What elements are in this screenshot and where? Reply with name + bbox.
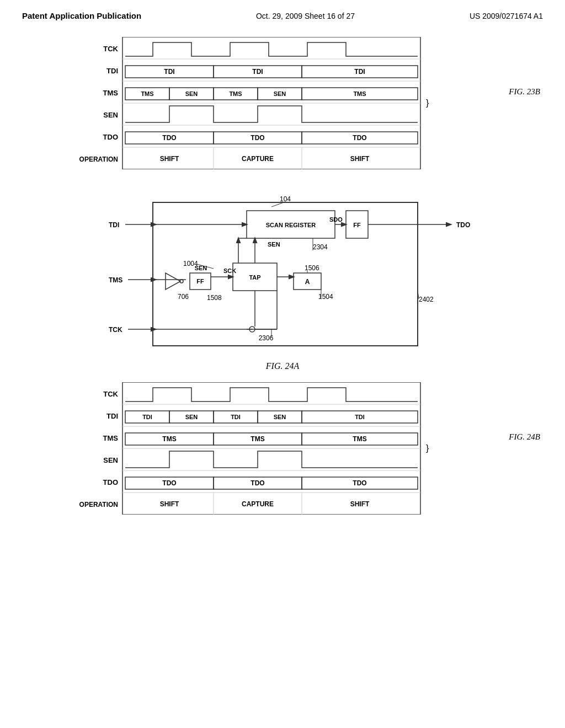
svg-marker-71 <box>166 273 180 290</box>
svg-text:1506: 1506 <box>305 264 319 272</box>
svg-text:TMS: TMS <box>103 89 119 97</box>
svg-text:SHIFT: SHIFT <box>350 500 370 508</box>
svg-text:TMS: TMS <box>250 435 264 443</box>
fig24a-label: FIG. 24A <box>22 361 543 371</box>
svg-text:TMS: TMS <box>353 90 366 97</box>
svg-text:TMS: TMS <box>162 435 176 443</box>
svg-text:TDO: TDO <box>103 478 118 486</box>
svg-text:TDO: TDO <box>162 479 176 487</box>
page-header: Patent Application Publication Oct. 29, … <box>22 11 543 20</box>
svg-text:SEN: SEN <box>274 90 286 97</box>
svg-text:SEN: SEN <box>103 111 118 119</box>
svg-text:TDI: TDI <box>106 412 118 420</box>
svg-text:TMS: TMS <box>103 434 119 442</box>
label-104: 104 <box>280 195 291 203</box>
svg-text:SHIFT: SHIFT <box>160 500 179 508</box>
svg-text:TDO: TDO <box>250 134 264 142</box>
svg-text:TDI: TDI <box>142 414 152 420</box>
svg-text:TAP: TAP <box>249 274 260 281</box>
svg-text:TDO: TDO <box>103 133 118 141</box>
svg-text:TCK: TCK <box>103 45 118 53</box>
header-publication: Patent Application Publication <box>22 11 141 20</box>
svg-text:SEN: SEN <box>103 456 118 464</box>
svg-text:SHIFT: SHIFT <box>350 155 370 163</box>
svg-text:TMS: TMS <box>109 276 122 284</box>
svg-text:SHIFT: SHIFT <box>160 155 179 163</box>
svg-text:OPERATION: OPERATION <box>79 156 118 163</box>
header-patent-number: US 2009/0271674 A1 <box>470 12 543 20</box>
svg-text:FF: FF <box>196 278 204 285</box>
svg-text:TDO: TDO <box>353 479 366 487</box>
page: Patent Application Publication Oct. 29, … <box>0 0 565 728</box>
svg-text:TCK: TCK <box>103 390 118 398</box>
svg-text:2402: 2402 <box>419 296 434 303</box>
fig24b-label: FIG. 24B <box>509 432 540 442</box>
svg-text:SEN: SEN <box>268 241 280 248</box>
svg-text:TDI: TDI <box>109 221 119 229</box>
svg-text:TDI: TDI <box>106 67 118 75</box>
svg-text:TDI: TDI <box>354 68 365 76</box>
svg-text:CAPTURE: CAPTURE <box>242 155 274 163</box>
svg-text:CAPTURE: CAPTURE <box>242 500 274 508</box>
svg-text:TDO: TDO <box>456 221 470 229</box>
svg-text:SEN: SEN <box>185 414 198 420</box>
svg-text:TCK: TCK <box>109 326 122 334</box>
svg-text:TDO: TDO <box>250 479 264 487</box>
svg-text:1508: 1508 <box>207 294 222 302</box>
svg-text:SEN: SEN <box>195 265 207 271</box>
svg-text:OPERATION: OPERATION <box>79 501 118 508</box>
svg-text:2304: 2304 <box>313 243 328 251</box>
svg-text:TDO: TDO <box>162 134 176 142</box>
svg-text:}: } <box>426 98 429 108</box>
svg-text:TDI: TDI <box>355 414 365 420</box>
svg-text:TMS: TMS <box>353 435 366 443</box>
fig24a-circuit-diagram: 104 SCAN REGISTER SDO FF TDO 2402 <box>76 191 489 357</box>
svg-text:1504: 1504 <box>318 293 333 301</box>
fig24b-section: } TCK TDI TMS SEN TDO OPERATION TDI SEN … <box>22 382 543 515</box>
svg-text:SEN: SEN <box>274 414 286 420</box>
svg-text:TDI: TDI <box>164 68 174 76</box>
svg-text:FF: FF <box>353 222 361 228</box>
fig24b-timing-diagram: } TCK TDI TMS SEN TDO OPERATION TDI SEN … <box>73 382 448 515</box>
svg-text:SEN: SEN <box>185 90 198 97</box>
svg-text:}: } <box>426 443 429 453</box>
svg-text:A: A <box>305 278 310 286</box>
svg-text:TDI: TDI <box>231 414 241 420</box>
svg-text:TMS: TMS <box>229 90 242 97</box>
header-date-sheet: Oct. 29, 2009 Sheet 16 of 27 <box>256 12 355 20</box>
fig23b-label: FIG. 23B <box>509 87 540 97</box>
fig23b-timing-diagram: } TCK TDI TMS SEN TDO OPERATION TDI TDI <box>73 37 448 169</box>
svg-text:SCK: SCK <box>223 267 236 274</box>
svg-text:SCAN REGISTER: SCAN REGISTER <box>266 222 316 228</box>
svg-text:TMS: TMS <box>141 90 153 97</box>
svg-text:SDO: SDO <box>329 216 343 223</box>
svg-text:TDO: TDO <box>353 134 366 142</box>
svg-text:706: 706 <box>178 293 189 301</box>
fig24a-section: 104 SCAN REGISTER SDO FF TDO 2402 <box>22 191 543 371</box>
svg-text:TDI: TDI <box>252 68 263 76</box>
fig23b-section: } TCK TDI TMS SEN TDO OPERATION TDI TDI <box>22 37 543 169</box>
